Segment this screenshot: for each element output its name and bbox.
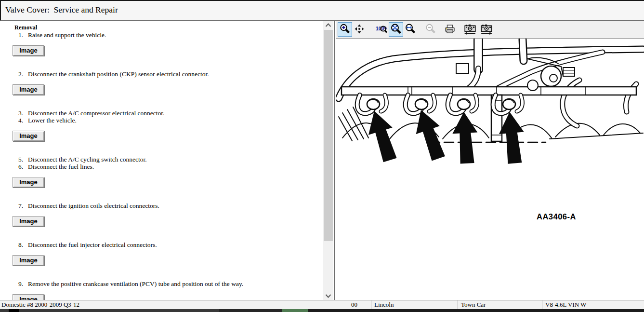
step-group: 2.Disconnect the crankshaft position (CK…: [0, 70, 323, 95]
zoom-100-icon: 100%: [376, 23, 387, 36]
image-panel: 100%: [336, 21, 644, 300]
engine-diagram: [336, 39, 644, 300]
status-year: 00: [348, 300, 371, 309]
strip-segment: [308, 309, 644, 312]
previous-image-icon: [464, 23, 476, 37]
image-toolbar: 100%: [336, 21, 644, 39]
app-window: Valve Cover: Service and Repair Removal …: [0, 0, 644, 312]
image-button[interactable]: Image: [13, 84, 44, 95]
status-coverage: Domestic #8 2000-2009 Q3-12: [0, 300, 348, 309]
fit-width-button[interactable]: [403, 22, 418, 37]
page-title: Valve Cover: Service and Repair: [5, 5, 118, 15]
step-group: 9.Remove the positive crankcase ventilat…: [0, 280, 323, 300]
image-button[interactable]: Image: [13, 294, 44, 300]
step-item: 7.Disconnect the ignition coils electric…: [18, 202, 323, 209]
step-item: 5.Disconnect the A/C cycling switch conn…: [18, 156, 323, 163]
pan-icon: [354, 23, 365, 36]
image-button[interactable]: Image: [13, 216, 44, 227]
scrollbar-thumb[interactable]: [324, 30, 333, 241]
step-group: 5.Disconnect the A/C cycling switch conn…: [0, 156, 323, 188]
step-item: 6.Disconnect the fuel lines.: [18, 163, 323, 170]
step-group: 3.Disconnect the A/C compressor electric…: [0, 109, 323, 141]
zoom-out-button[interactable]: [423, 22, 438, 37]
next-image-icon: [480, 23, 493, 37]
zoom-in-icon: [339, 23, 351, 36]
status-bar: Domestic #8 2000-2009 Q3-12 00 Lincoln T…: [0, 300, 644, 309]
bottom-edge-strip: [0, 309, 644, 312]
step-item: 3.Disconnect the A/C compressor electric…: [18, 109, 323, 117]
pan-button[interactable]: [352, 22, 367, 37]
procedure-panel: Removal 1.Raise and support the vehicle.…: [0, 21, 323, 300]
print-button[interactable]: [443, 22, 457, 37]
status-model: Town Car: [458, 300, 542, 309]
image-button[interactable]: Image: [13, 255, 44, 266]
fit-width-icon: [405, 23, 416, 36]
fit-page-button[interactable]: [389, 22, 403, 37]
figure-label: AA3406-A: [537, 212, 576, 221]
zoom-100-button[interactable]: 100%: [374, 22, 389, 37]
vertical-scrollbar[interactable]: [323, 21, 333, 300]
step-item: 4.Lower the vehicle.: [18, 117, 323, 124]
step-item: 2.Disconnect the crankshaft position (CK…: [18, 70, 323, 78]
image-button[interactable]: Image: [13, 177, 44, 188]
step-group: 8.Disconnect the fuel injector electrica…: [0, 241, 323, 266]
step-item: 8.Disconnect the fuel injector electrica…: [18, 241, 323, 248]
strip-segment: [0, 309, 219, 312]
next-image-button[interactable]: [479, 22, 494, 37]
step-item: 1.Raise and support the vehicle.: [18, 31, 323, 39]
previous-image-button[interactable]: [463, 22, 477, 37]
scroll-up-icon[interactable]: [323, 21, 333, 29]
status-make: Lincoln: [371, 300, 458, 309]
title-bar: Valve Cover: Service and Repair: [0, 0, 644, 21]
print-icon: [444, 23, 456, 36]
procedure-content: Removal 1.Raise and support the vehicle.…: [0, 21, 323, 300]
image-button[interactable]: Image: [13, 45, 44, 56]
strip-segment: [9, 309, 19, 312]
zoom-in-button[interactable]: [338, 22, 352, 37]
strip-segment: [282, 309, 308, 312]
fit-page-icon: [390, 23, 402, 36]
scroll-down-icon[interactable]: [323, 292, 333, 300]
step-group: 7.Disconnect the ignition coils electric…: [0, 202, 323, 227]
figure-viewport: AA3406-A: [336, 39, 644, 300]
step-group: 1.Raise and support the vehicle. Image: [0, 31, 323, 56]
step-item: 9.Remove the positive crankcase ventilat…: [18, 280, 323, 287]
status-engine: V8-4.6L VIN W: [542, 300, 644, 309]
image-button[interactable]: Image: [13, 131, 44, 141]
section-heading: Removal: [14, 24, 323, 31]
zoom-out-icon: [425, 23, 436, 36]
